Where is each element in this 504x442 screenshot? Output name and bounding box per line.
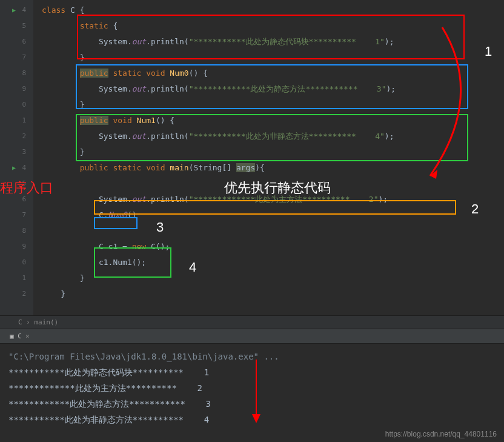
annotation-3: 3: [156, 219, 164, 235]
breadcrumb[interactable]: C › main(): [0, 315, 504, 329]
run-icon[interactable]: ▶: [12, 160, 16, 176]
code-content[interactable]: class C { static { System.out.println("*…: [33, 0, 504, 315]
annotation-4: 4: [189, 260, 196, 275]
close-icon[interactable]: ×: [25, 332, 30, 340]
watermark: https://blog.csdn.net/qq_44801116: [385, 430, 497, 438]
console-tab[interactable]: ▣ C×: [5, 331, 35, 341]
annotation-2: 2: [471, 201, 479, 217]
console-output[interactable]: "C:\Program Files\Java\jdk1.8.0_181\bin\…: [0, 344, 504, 432]
annotation-entry: 程序入口: [0, 179, 53, 197]
annotation-priority: 优先执行静态代码: [224, 179, 331, 197]
gutter: 4▶ 5 6 7 8 9 0 1 2 3 4▶ 5 6 7 8 9 0 1 2: [0, 0, 33, 315]
code-editor: 4▶ 5 6 7 8 9 0 1 2 3 4▶ 5 6 7 8 9 0 1 2 …: [0, 0, 504, 315]
console-tab-bar: ▣ C×: [0, 329, 504, 344]
annotation-1: 1: [485, 44, 492, 59]
run-icon[interactable]: ▶: [12, 2, 16, 18]
